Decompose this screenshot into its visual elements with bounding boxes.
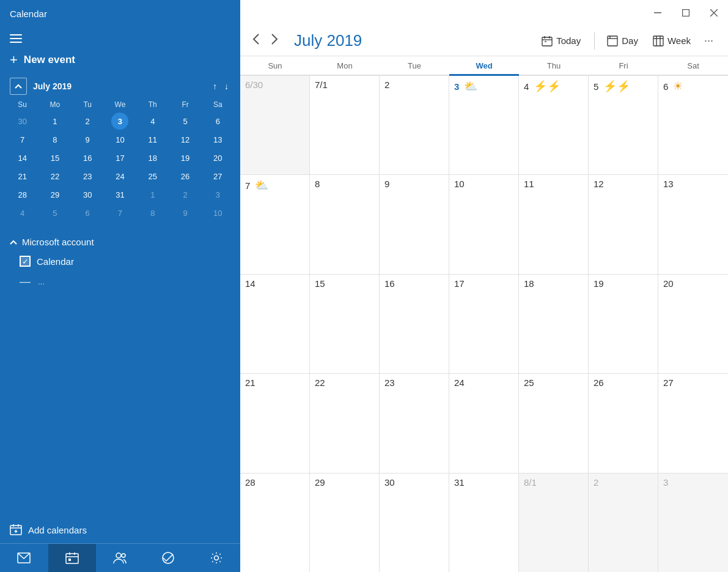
mini-cal-day[interactable]: 10 bbox=[111, 131, 128, 148]
mini-cal-day[interactable]: 29 bbox=[46, 186, 64, 203]
mini-cal-day[interactable]: 9 bbox=[79, 131, 96, 148]
mini-cal-day[interactable]: 7 bbox=[14, 131, 31, 148]
add-calendars-button[interactable]: Add calendars bbox=[0, 516, 240, 543]
mini-cal-day[interactable]: 6 bbox=[209, 113, 226, 130]
mini-cal-day[interactable]: 6 bbox=[79, 204, 96, 221]
calendar-checkbox[interactable]: ✓ bbox=[20, 256, 31, 267]
mini-cal-day[interactable]: 8 bbox=[144, 204, 161, 221]
cal-cell[interactable]: 31 bbox=[449, 474, 519, 572]
cal-cell[interactable]: 27 bbox=[658, 374, 728, 472]
cal-cell[interactable]: 2 bbox=[589, 474, 658, 572]
mini-cal-day[interactable]: 27 bbox=[209, 168, 226, 185]
cal-cell[interactable]: 7⛅ bbox=[240, 175, 310, 273]
toolbar-prev-button[interactable] bbox=[248, 31, 265, 51]
cal-cell[interactable]: 9 bbox=[380, 175, 449, 273]
cal-cell[interactable]: 5⚡⚡ bbox=[589, 76, 658, 174]
mini-cal-day[interactable]: 7 bbox=[111, 204, 128, 221]
cal-cell[interactable]: 21 bbox=[240, 374, 310, 472]
cal-cell[interactable]: 29 bbox=[310, 474, 380, 572]
cal-cell[interactable]: 2 bbox=[380, 76, 449, 174]
cal-cell[interactable]: 4⚡⚡ bbox=[519, 76, 589, 174]
cal-cell[interactable]: 13 bbox=[658, 175, 728, 273]
mini-cal-prev-button[interactable]: ↑ bbox=[210, 80, 220, 92]
toolbar-next-button[interactable] bbox=[266, 31, 283, 51]
mini-cal-day[interactable]: 21 bbox=[14, 168, 31, 185]
mini-cal-day[interactable]: 4 bbox=[14, 204, 31, 221]
nav-todo[interactable] bbox=[144, 544, 193, 572]
mini-cal-day[interactable]: 9 bbox=[177, 204, 194, 221]
nav-settings[interactable] bbox=[192, 544, 240, 572]
mini-cal-day[interactable]: 17 bbox=[111, 149, 128, 166]
cal-cell[interactable]: 22 bbox=[310, 374, 380, 472]
cal-cell[interactable]: 28 bbox=[240, 474, 310, 572]
mini-cal-day[interactable]: 30 bbox=[79, 186, 96, 203]
week-view-button[interactable]: Week bbox=[647, 32, 697, 50]
nav-mail[interactable] bbox=[0, 544, 48, 572]
cal-cell[interactable]: 17 bbox=[449, 275, 519, 373]
mini-cal-day[interactable]: 30 bbox=[14, 113, 31, 130]
mini-cal-day[interactable]: 1 bbox=[144, 186, 161, 203]
cal-cell[interactable]: 7/1 bbox=[310, 76, 380, 174]
mini-cal-day[interactable]: 25 bbox=[144, 168, 161, 185]
cal-cell[interactable]: 10 bbox=[449, 175, 519, 273]
cal-cell[interactable]: 24 bbox=[449, 374, 519, 472]
cal-cell[interactable]: 25 bbox=[519, 374, 589, 472]
birthday-item[interactable]: — ... bbox=[0, 272, 240, 292]
mini-cal-day[interactable]: 2 bbox=[177, 186, 194, 203]
cal-cell[interactable]: 6☀ bbox=[658, 76, 728, 174]
mini-cal-day[interactable]: 1 bbox=[46, 113, 64, 130]
close-button[interactable] bbox=[700, 0, 728, 26]
mini-cal-day[interactable]: 8 bbox=[46, 131, 64, 148]
cal-cell[interactable]: 19 bbox=[589, 275, 658, 373]
account-section[interactable]: Microsoft account bbox=[0, 228, 240, 251]
mini-cal-next-button[interactable]: ↓ bbox=[221, 80, 232, 92]
nav-people[interactable] bbox=[96, 544, 144, 572]
mini-cal-day[interactable]: 31 bbox=[111, 186, 128, 203]
mini-cal-day[interactable]: 15 bbox=[46, 149, 64, 166]
maximize-button[interactable] bbox=[672, 0, 700, 26]
mini-cal-day[interactable]: 19 bbox=[177, 149, 194, 166]
cal-cell[interactable]: 3 bbox=[658, 474, 728, 572]
today-button[interactable]: Today bbox=[534, 32, 588, 50]
mini-cal-day[interactable]: 5 bbox=[46, 204, 64, 221]
cal-cell[interactable]: 6/30 bbox=[240, 76, 310, 174]
mini-cal-day[interactable]: 18 bbox=[144, 149, 161, 166]
nav-calendar[interactable] bbox=[48, 544, 97, 572]
mini-cal-day[interactable]: 4 bbox=[144, 113, 161, 130]
cal-cell[interactable]: 11 bbox=[519, 175, 589, 273]
day-view-button[interactable]: Day bbox=[601, 32, 644, 50]
mini-cal-day[interactable]: 28 bbox=[14, 186, 31, 203]
mini-cal-day[interactable]: 13 bbox=[209, 131, 226, 148]
menu-icon[interactable] bbox=[0, 25, 240, 48]
mini-cal-day[interactable]: 2 bbox=[79, 113, 96, 130]
mini-cal-day[interactable]: 3 bbox=[111, 113, 128, 130]
cal-cell[interactable]: 3⛅ bbox=[449, 76, 519, 174]
cal-cell[interactable]: 8/1 bbox=[519, 474, 589, 572]
mini-cal-day[interactable]: 24 bbox=[111, 168, 128, 185]
cal-cell[interactable]: 23 bbox=[380, 374, 449, 472]
minimize-button[interactable] bbox=[644, 0, 672, 26]
cal-cell[interactable]: 8 bbox=[310, 175, 380, 273]
cal-cell[interactable]: 30 bbox=[380, 474, 449, 572]
mini-cal-day[interactable]: 10 bbox=[209, 204, 226, 221]
mini-cal-day[interactable]: 20 bbox=[209, 149, 226, 166]
cal-cell[interactable]: 14 bbox=[240, 275, 310, 373]
cal-cell[interactable]: 20 bbox=[658, 275, 728, 373]
mini-cal-day[interactable]: 11 bbox=[144, 131, 161, 148]
cal-cell[interactable]: 18 bbox=[519, 275, 589, 373]
cal-cell[interactable]: 26 bbox=[589, 374, 658, 472]
mini-cal-collapse-button[interactable] bbox=[10, 78, 27, 95]
mini-cal-day[interactable]: 5 bbox=[177, 113, 194, 130]
mini-cal-day[interactable]: 16 bbox=[79, 149, 96, 166]
new-event-button[interactable]: + New event bbox=[10, 53, 230, 67]
calendar-item[interactable]: ✓ Calendar bbox=[0, 251, 240, 272]
cal-cell[interactable]: 12 bbox=[589, 175, 658, 273]
mini-cal-day[interactable]: 23 bbox=[79, 168, 96, 185]
mini-cal-day[interactable]: 3 bbox=[209, 186, 226, 203]
cal-cell[interactable]: 16 bbox=[380, 275, 449, 373]
more-button[interactable]: ··· bbox=[699, 31, 718, 51]
cal-cell[interactable]: 15 bbox=[310, 275, 380, 373]
mini-cal-day[interactable]: 26 bbox=[177, 168, 194, 185]
mini-cal-day[interactable]: 14 bbox=[14, 149, 31, 166]
mini-cal-day[interactable]: 22 bbox=[46, 168, 64, 185]
